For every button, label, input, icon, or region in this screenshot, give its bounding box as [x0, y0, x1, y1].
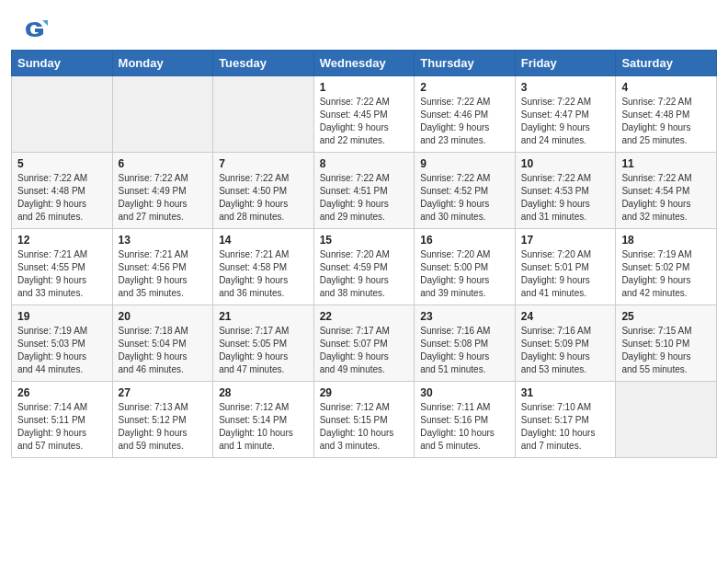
day-info: Sunrise: 7:10 AM Sunset: 5:17 PM Dayligh… [521, 401, 610, 453]
page: SundayMondayTuesdayWednesdayThursdayFrid… [0, 0, 728, 563]
calendar-day-cell: 19Sunrise: 7:19 AM Sunset: 5:03 PM Dayli… [12, 305, 113, 382]
day-info: Sunrise: 7:21 AM Sunset: 4:55 PM Dayligh… [17, 248, 107, 300]
day-info: Sunrise: 7:17 AM Sunset: 5:05 PM Dayligh… [219, 325, 308, 376]
day-number: 1 [320, 81, 409, 94]
calendar-day-cell: 9Sunrise: 7:22 AM Sunset: 4:52 PM Daylig… [415, 153, 516, 229]
day-number: 14 [219, 234, 308, 247]
calendar-day-cell: 3Sunrise: 7:22 AM Sunset: 4:47 PM Daylig… [515, 76, 616, 153]
day-info: Sunrise: 7:12 AM Sunset: 5:14 PM Dayligh… [219, 401, 308, 453]
day-info: Sunrise: 7:22 AM Sunset: 4:54 PM Dayligh… [621, 172, 711, 224]
calendar-day-cell: 14Sunrise: 7:21 AM Sunset: 4:58 PM Dayli… [213, 229, 314, 305]
day-number: 25 [621, 310, 711, 323]
calendar-day-cell: 16Sunrise: 7:20 AM Sunset: 5:00 PM Dayli… [415, 229, 516, 305]
day-info: Sunrise: 7:22 AM Sunset: 4:50 PM Dayligh… [219, 172, 308, 224]
day-number: 12 [17, 234, 107, 247]
day-number: 28 [219, 386, 308, 399]
day-number: 27 [119, 386, 208, 399]
day-number: 8 [320, 157, 409, 170]
calendar-day-cell: 4Sunrise: 7:22 AM Sunset: 4:48 PM Daylig… [616, 76, 717, 153]
day-number: 29 [320, 386, 409, 399]
day-number: 16 [420, 234, 509, 247]
calendar-day-cell: 30Sunrise: 7:11 AM Sunset: 5:16 PM Dayli… [415, 382, 516, 458]
calendar-day-cell: 18Sunrise: 7:19 AM Sunset: 5:02 PM Dayli… [616, 229, 717, 305]
day-info: Sunrise: 7:21 AM Sunset: 4:56 PM Dayligh… [119, 248, 208, 300]
calendar-day-cell: 28Sunrise: 7:12 AM Sunset: 5:14 PM Dayli… [213, 382, 314, 458]
day-number: 13 [119, 234, 208, 247]
header [0, 0, 728, 50]
calendar-day-cell: 1Sunrise: 7:22 AM Sunset: 4:45 PM Daylig… [313, 76, 415, 153]
day-info: Sunrise: 7:14 AM Sunset: 5:11 PM Dayligh… [17, 401, 107, 453]
calendar-day-cell: 24Sunrise: 7:16 AM Sunset: 5:09 PM Dayli… [515, 305, 616, 382]
day-number: 15 [320, 234, 409, 247]
day-info: Sunrise: 7:16 AM Sunset: 5:08 PM Dayligh… [420, 325, 509, 376]
calendar-day-cell: 5Sunrise: 7:22 AM Sunset: 4:48 PM Daylig… [12, 153, 113, 229]
day-number: 19 [17, 310, 107, 323]
calendar-day-cell: 12Sunrise: 7:21 AM Sunset: 4:55 PM Dayli… [12, 229, 113, 305]
day-number: 31 [521, 386, 610, 399]
day-info: Sunrise: 7:15 AM Sunset: 5:10 PM Dayligh… [621, 325, 711, 376]
weekday-header: Tuesday [213, 51, 314, 76]
day-info: Sunrise: 7:13 AM Sunset: 5:12 PM Dayligh… [119, 401, 208, 453]
day-info: Sunrise: 7:22 AM Sunset: 4:45 PM Dayligh… [320, 96, 409, 147]
day-number: 2 [420, 81, 509, 94]
day-info: Sunrise: 7:19 AM Sunset: 5:03 PM Dayligh… [17, 325, 107, 376]
calendar-day-cell [213, 76, 314, 153]
day-info: Sunrise: 7:21 AM Sunset: 4:58 PM Dayligh… [219, 248, 308, 300]
day-number: 23 [420, 310, 509, 323]
day-info: Sunrise: 7:22 AM Sunset: 4:48 PM Dayligh… [621, 96, 711, 147]
day-number: 11 [621, 157, 711, 170]
day-number: 21 [219, 310, 308, 323]
calendar-day-cell: 17Sunrise: 7:20 AM Sunset: 5:01 PM Dayli… [515, 229, 616, 305]
day-number: 6 [119, 157, 208, 170]
calendar-day-cell: 29Sunrise: 7:12 AM Sunset: 5:15 PM Dayli… [313, 382, 415, 458]
calendar-day-cell: 2Sunrise: 7:22 AM Sunset: 4:46 PM Daylig… [415, 76, 516, 153]
logo-icon [22, 17, 48, 42]
calendar-day-cell: 7Sunrise: 7:22 AM Sunset: 4:50 PM Daylig… [213, 153, 314, 229]
weekday-header: Wednesday [313, 51, 415, 76]
calendar-day-cell [616, 382, 717, 458]
day-info: Sunrise: 7:22 AM Sunset: 4:47 PM Dayligh… [521, 96, 610, 147]
day-number: 4 [621, 81, 711, 94]
calendar-day-cell: 21Sunrise: 7:17 AM Sunset: 5:05 PM Dayli… [213, 305, 314, 382]
day-number: 7 [219, 157, 308, 170]
day-number: 3 [521, 81, 610, 94]
weekday-header: Thursday [415, 51, 516, 76]
calendar-day-cell: 8Sunrise: 7:22 AM Sunset: 4:51 PM Daylig… [313, 153, 415, 229]
calendar-day-cell: 22Sunrise: 7:17 AM Sunset: 5:07 PM Dayli… [313, 305, 415, 382]
day-info: Sunrise: 7:17 AM Sunset: 5:07 PM Dayligh… [320, 325, 409, 376]
calendar-day-cell: 26Sunrise: 7:14 AM Sunset: 5:11 PM Dayli… [12, 382, 113, 458]
day-number: 22 [320, 310, 409, 323]
calendar-week-row: 19Sunrise: 7:19 AM Sunset: 5:03 PM Dayli… [12, 305, 717, 382]
day-info: Sunrise: 7:18 AM Sunset: 5:04 PM Dayligh… [119, 325, 208, 376]
day-number: 30 [420, 386, 509, 399]
calendar-day-cell: 6Sunrise: 7:22 AM Sunset: 4:49 PM Daylig… [112, 153, 213, 229]
calendar-week-row: 12Sunrise: 7:21 AM Sunset: 4:55 PM Dayli… [12, 229, 717, 305]
day-info: Sunrise: 7:11 AM Sunset: 5:16 PM Dayligh… [420, 401, 509, 453]
day-info: Sunrise: 7:22 AM Sunset: 4:51 PM Dayligh… [320, 172, 409, 224]
calendar-day-cell: 20Sunrise: 7:18 AM Sunset: 5:04 PM Dayli… [112, 305, 213, 382]
day-info: Sunrise: 7:20 AM Sunset: 4:59 PM Dayligh… [320, 248, 409, 300]
weekday-header: Monday [112, 51, 213, 76]
day-number: 17 [521, 234, 610, 247]
day-number: 20 [119, 310, 208, 323]
day-info: Sunrise: 7:19 AM Sunset: 5:02 PM Dayligh… [621, 248, 711, 300]
day-number: 18 [621, 234, 711, 247]
logo [22, 17, 51, 42]
day-info: Sunrise: 7:20 AM Sunset: 5:01 PM Dayligh… [521, 248, 610, 300]
calendar-week-row: 1Sunrise: 7:22 AM Sunset: 4:45 PM Daylig… [12, 76, 717, 153]
calendar-week-row: 5Sunrise: 7:22 AM Sunset: 4:48 PM Daylig… [12, 153, 717, 229]
calendar-day-cell: 15Sunrise: 7:20 AM Sunset: 4:59 PM Dayli… [313, 229, 415, 305]
calendar-day-cell: 11Sunrise: 7:22 AM Sunset: 4:54 PM Dayli… [616, 153, 717, 229]
day-number: 5 [17, 157, 107, 170]
calendar-day-cell: 23Sunrise: 7:16 AM Sunset: 5:08 PM Dayli… [415, 305, 516, 382]
calendar-day-cell: 27Sunrise: 7:13 AM Sunset: 5:12 PM Dayli… [112, 382, 213, 458]
calendar-day-cell: 10Sunrise: 7:22 AM Sunset: 4:53 PM Dayli… [515, 153, 616, 229]
day-number: 26 [17, 386, 107, 399]
day-number: 9 [420, 157, 509, 170]
calendar-day-cell [12, 76, 113, 153]
day-number: 24 [521, 310, 610, 323]
calendar-table: SundayMondayTuesdayWednesdayThursdayFrid… [11, 50, 717, 458]
weekday-header: Saturday [616, 51, 717, 76]
day-info: Sunrise: 7:20 AM Sunset: 5:00 PM Dayligh… [420, 248, 509, 300]
day-info: Sunrise: 7:22 AM Sunset: 4:53 PM Dayligh… [521, 172, 610, 224]
